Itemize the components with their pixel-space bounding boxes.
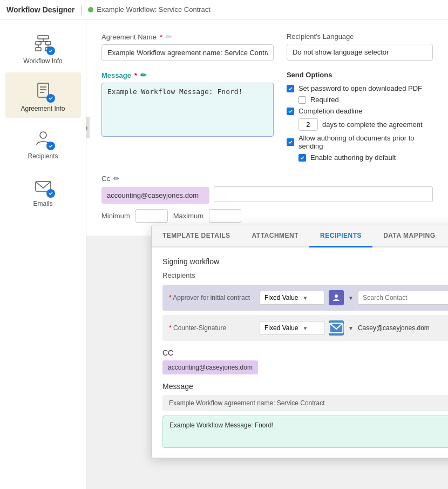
option3-sub-checkbox[interactable] [298,154,306,162]
contact-dropdown-arrow[interactable]: ▼ [348,295,354,301]
cc-pill-value: accounting@caseyjones.dom [162,360,258,374]
workflow-name: Example Workflow: Service Contract [97,5,211,14]
tab-rules[interactable]: RULES [446,225,448,247]
svg-rect-0 [38,36,49,39]
cc-section-title: CC [162,349,448,357]
signing-workflow-title: Signing workflow [162,257,448,266]
recipient-2-dropdown-arrow-2[interactable]: ▼ [348,325,354,331]
collapse-handle[interactable]: ◀ [86,117,90,138]
send-options-col: Send Options Set password to open downlo… [287,71,433,165]
max-input[interactable] [209,209,241,223]
language-input[interactable] [287,44,433,61]
max-label: Maximum [173,212,203,220]
agreement-name-label: Agreement Name * ✏ [101,32,274,41]
header-bar: Workflow Designer | Example Workflow: Se… [0,0,448,19]
workflow-indicator: Example Workflow: Service Contract [88,5,211,14]
language-label: Recipient's Language [287,32,433,41]
cc-value-display: accounting@caseyjones.dom [101,187,209,204]
message-name-box: Example Workflow agreement name: Service… [162,395,448,411]
sidebar-item-workflow-info[interactable]: Workflow Info [5,25,81,70]
days-row: days to complete the agreement [298,118,433,131]
agreement-panel: ◀ Agreement Name * ✏ Recipient's Languag… [86,19,448,236]
recipient-2-label: * Counter-Signature [169,324,255,332]
recipient-1-type-dropdown[interactable]: Fixed Value ▼ [260,291,324,305]
required-marker: * [160,33,162,41]
option2-row: Completion deadline [287,107,433,115]
sidebar-item-label-agreement-info: Agreement Info [21,105,65,112]
option1-row: Set password to open downloaded PDF [287,84,433,92]
emails-badge [46,189,55,198]
app-title: Workflow Designer [6,5,75,14]
recipients-section-title: Recipients [162,271,448,279]
option1-label: Set password to open downloaded PDF [298,84,422,92]
option2-label: Completion deadline [298,107,363,115]
min-max-row: Minimum Maximum [101,209,433,223]
tabs-bar: TEMPLATE DETAILS ATTACHMENT RECIPIENTS D… [152,225,448,247]
recipients-badge [46,142,55,150]
recipient-row-2: * Counter-Signature Fixed Value ▼ ▼ Case… [162,315,448,341]
message-row: Message * ✏ Example Workflow Message: Fn… [101,71,433,165]
cc-input-row: accounting@caseyjones.dom [101,185,433,204]
sidebar-item-recipients[interactable]: Recipients [5,120,81,165]
option1-checkbox[interactable] [287,85,294,92]
option1-sub-row: Required [298,96,433,104]
agreement-row: Agreement Name * ✏ Recipient's Language [101,32,433,61]
cc-edit-icon[interactable]: ✏ [113,175,119,183]
agreement-name-edit-icon[interactable]: ✏ [166,32,172,41]
svg-rect-2 [45,42,51,45]
message-section-title: Message [162,382,448,391]
days-label: days to complete the agreement [322,120,423,129]
sidebar-item-emails[interactable]: Emails [5,168,81,213]
recipient-2-type-dropdown[interactable]: Fixed Value ▼ [260,321,324,335]
option3-row: Allow authoring of documents prior to se… [287,134,433,150]
option3-checkbox[interactable] [287,138,294,146]
min-label: Minimum [101,212,130,220]
message-label: Message * ✏ [101,71,274,79]
agreement-name-input[interactable] [101,44,274,61]
search-contact-input[interactable] [358,291,448,305]
emails-icon-container [32,175,54,197]
contact-person-icon-btn[interactable] [329,290,344,305]
template-content: Signing workflow Recipients * Approver f… [152,247,448,458]
sidebar-item-agreement-info[interactable]: Agreement Info [5,72,81,118]
svg-rect-9 [38,83,49,97]
header-separator: | [80,4,83,15]
tab-recipients[interactable]: RECIPIENTS [309,225,372,247]
template-overlay: TEMPLATE DETAILS ATTACHMENT RECIPIENTS D… [151,225,448,458]
sidebar-item-label-workflow-info: Workflow Info [23,57,62,65]
option3-label: Allow authoring of documents prior to se… [298,134,433,150]
sidebar-item-label-recipients: Recipients [28,152,58,160]
days-input[interactable] [298,118,318,131]
message-textarea[interactable]: Example Workflow Message: Fnord! [101,83,274,137]
recipients-icon-container [32,128,54,149]
recipient-2-email: Casey@caseyjones.dom [358,324,448,332]
workflow-info-icon-container [32,32,54,54]
sidebar: Workflow Info Agreement Info [0,19,86,489]
cc-row: Cc ✏ accounting@caseyjones.dom [101,175,433,204]
tab-template-details[interactable]: TEMPLATE DETAILS [152,225,241,247]
sidebar-item-label-emails: Emails [33,200,52,207]
svg-rect-5 [36,48,41,51]
message-edit-icon[interactable]: ✏ [140,71,147,79]
message-body-box: Example Workflow Message: Fnord! [162,416,448,448]
language-col: Recipient's Language [287,32,433,61]
option1-sub-label: Required [310,96,339,104]
message-section: Message Example Workflow agreement name:… [162,382,448,448]
send-options-title: Send Options [287,71,433,79]
svg-rect-1 [36,42,41,45]
recipient-1-label: * Approver for initial contract [169,294,255,302]
min-input[interactable] [135,209,168,223]
status-dot [88,7,93,12]
cc-extra-input[interactable] [214,186,433,202]
recipient-2-dropdown-arrow: ▼ [302,325,308,331]
option3-sub-label: Enable authoring by default [310,153,396,162]
content-area: ◀ Agreement Name * ✏ Recipient's Languag… [86,19,448,489]
email-icon-btn[interactable] [329,320,344,336]
tab-data-mapping[interactable]: DATA MAPPING [372,225,446,247]
workflow-info-badge [46,46,55,55]
tab-attachment[interactable]: ATTACHMENT [241,225,310,247]
option1-sub-checkbox[interactable] [298,96,306,104]
message-col: Message * ✏ Example Workflow Message: Fn… [101,71,274,165]
main-layout: Workflow Info Agreement Info [0,19,448,489]
option2-checkbox[interactable] [287,108,294,115]
